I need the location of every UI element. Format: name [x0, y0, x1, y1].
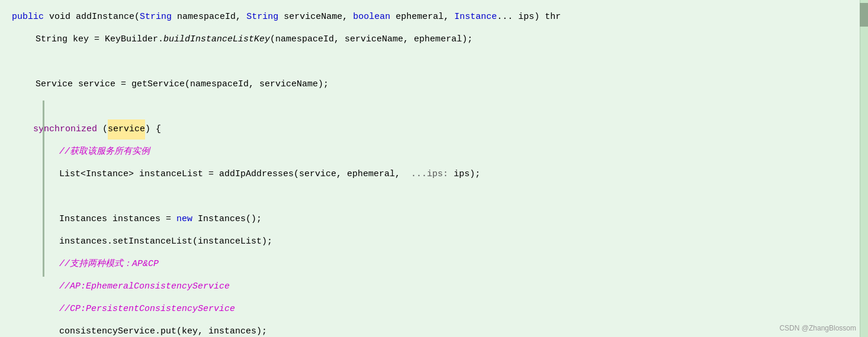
code-line-line9 — [0, 186, 868, 208]
code-line-line2: String key = KeyBuilder.buildInstanceLis… — [0, 28, 868, 51]
code-line-line14: //CP:PersistentConsistencyService — [0, 298, 868, 320]
code-line-line1: public void addInstance(String namespace… — [0, 6, 868, 28]
code-line-line4: Service service = getService(namespaceId… — [0, 73, 868, 96]
code-line-line13: //AP:EphemeralConsistencyService — [0, 276, 868, 298]
code-lines: public void addInstance(String namespace… — [0, 6, 868, 337]
code-line-line11: instances.setInstanceList(instanceList); — [0, 231, 868, 253]
sync-block-border — [43, 101, 44, 277]
code-line-line3 — [0, 51, 868, 73]
code-line-line6: synchronized (service) { — [0, 118, 868, 141]
code-line-line15: consistencyService.put(key, instances); — [0, 320, 868, 337]
scrollbar-thumb[interactable] — [860, 3, 868, 27]
watermark: CSDN @ZhangBlossom — [779, 324, 856, 332]
code-line-line10: Instances instances = new Instances(); — [0, 208, 868, 231]
scrollbar[interactable] — [860, 0, 868, 337]
code-line-line8: List<Instance> instanceList = addIpAddre… — [0, 163, 868, 186]
code-line-line12: //支持两种模式：AP&CP — [0, 253, 868, 276]
code-line-line5 — [0, 96, 868, 118]
code-line-line7: //获取该服务所有实例 — [0, 141, 868, 163]
code-container: public void addInstance(String namespace… — [0, 0, 868, 337]
